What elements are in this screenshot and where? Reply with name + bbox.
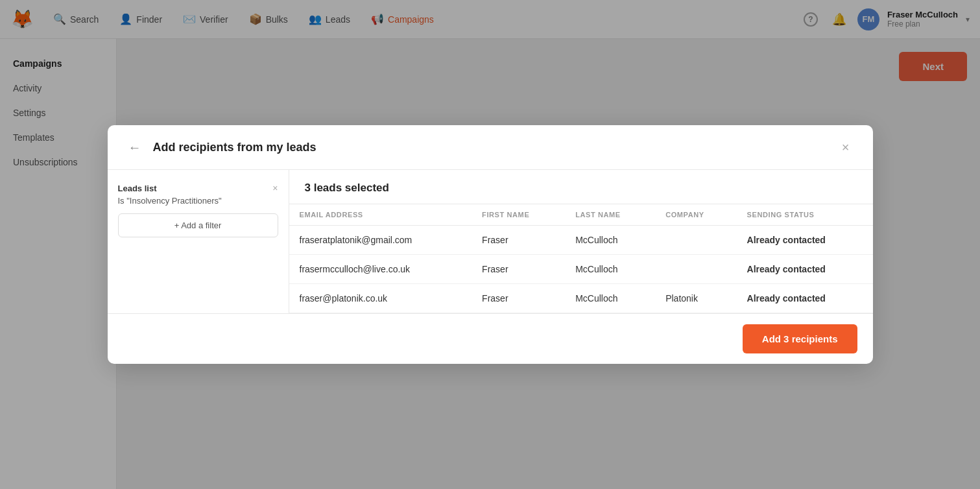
left-filter-panel: Leads list × Is "Insolvency Practitioner… bbox=[108, 170, 289, 313]
table-header: EMAIL ADDRESS FIRST NAME LAST NAME COMPA… bbox=[289, 204, 873, 226]
add-filter-button[interactable]: + Add a filter bbox=[118, 213, 278, 237]
cell-sending-status: Already contacted bbox=[737, 226, 873, 255]
modal-header: ← Add recipients from my leads × bbox=[108, 125, 873, 170]
cell-email: fraser@platonik.co.uk bbox=[289, 284, 472, 313]
col-sending-status: SENDING STATUS bbox=[737, 204, 873, 226]
modal-close-button[interactable]: × bbox=[837, 138, 855, 156]
cell-email: frasermcculloch@live.co.uk bbox=[289, 255, 472, 284]
filter-tag-close-button[interactable]: × bbox=[272, 183, 278, 193]
modal-title: Add recipients from my leads bbox=[153, 141, 317, 154]
cell-company bbox=[655, 255, 736, 284]
table-body: fraseratplatonik@gmail.com Fraser McCull… bbox=[289, 226, 873, 313]
col-company: COMPANY bbox=[655, 204, 736, 226]
cell-first-name: Fraser bbox=[472, 255, 565, 284]
cell-email: fraseratplatonik@gmail.com bbox=[289, 226, 472, 255]
leads-table: EMAIL ADDRESS FIRST NAME LAST NAME COMPA… bbox=[289, 204, 873, 313]
filter-tag-header: Leads list × bbox=[118, 183, 278, 193]
add-filter-label: + Add a filter bbox=[174, 221, 222, 230]
cell-first-name: Fraser bbox=[472, 226, 565, 255]
cell-first-name: Fraser bbox=[472, 284, 565, 313]
cell-last-name: McCulloch bbox=[565, 255, 655, 284]
back-arrow-icon: ← bbox=[128, 140, 141, 155]
cell-company: Platonik bbox=[655, 284, 736, 313]
modal-body: Leads list × Is "Insolvency Practitioner… bbox=[108, 170, 873, 313]
filter-tag-value: Is "Insolvency Practitioners" bbox=[118, 196, 278, 206]
modal-overlay: ← Add recipients from my leads × Leads l… bbox=[0, 0, 980, 489]
add-recipients-button[interactable]: Add 3 recipients bbox=[743, 324, 857, 353]
cell-company bbox=[655, 226, 736, 255]
col-first-name: FIRST NAME bbox=[472, 204, 565, 226]
table-row: fraser@platonik.co.uk Fraser McCulloch P… bbox=[289, 284, 873, 313]
table-header-row: EMAIL ADDRESS FIRST NAME LAST NAME COMPA… bbox=[289, 204, 873, 226]
table-row: frasermcculloch@live.co.uk Fraser McCull… bbox=[289, 255, 873, 284]
leads-table-container[interactable]: EMAIL ADDRESS FIRST NAME LAST NAME COMPA… bbox=[289, 204, 873, 313]
leads-selected-count: 3 leads selected bbox=[305, 182, 389, 194]
modal-dialog: ← Add recipients from my leads × Leads l… bbox=[108, 125, 873, 364]
cell-last-name: McCulloch bbox=[565, 226, 655, 255]
col-email: EMAIL ADDRESS bbox=[289, 204, 472, 226]
filter-section-label: Leads list bbox=[118, 184, 157, 193]
filter-section: Leads list × Is "Insolvency Practitioner… bbox=[118, 183, 278, 206]
right-panel: 3 leads selected EMAIL ADDRESS FIRST NAM… bbox=[289, 170, 873, 313]
cell-last-name: McCulloch bbox=[565, 284, 655, 313]
add-recipients-label: Add 3 recipients bbox=[762, 333, 838, 344]
cell-sending-status: Already contacted bbox=[737, 284, 873, 313]
cell-sending-status: Already contacted bbox=[737, 255, 873, 284]
col-last-name: LAST NAME bbox=[565, 204, 655, 226]
table-row: fraseratplatonik@gmail.com Fraser McCull… bbox=[289, 226, 873, 255]
right-panel-header: 3 leads selected bbox=[289, 170, 873, 204]
modal-footer: Add 3 recipients bbox=[108, 313, 873, 364]
modal-back-button[interactable]: ← bbox=[126, 138, 144, 156]
close-icon: × bbox=[842, 140, 850, 155]
